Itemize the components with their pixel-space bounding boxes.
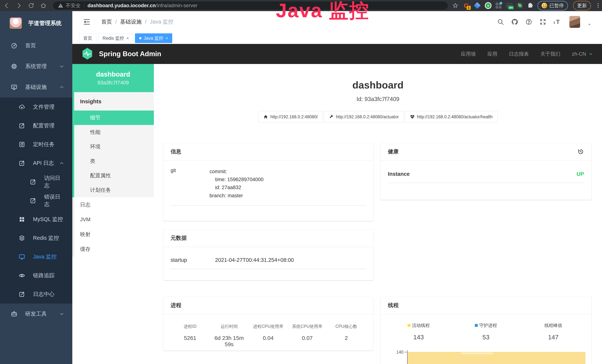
heart-pulse-icon	[410, 114, 415, 119]
sba-brand-title[interactable]: Spring Boot Admin	[99, 50, 161, 58]
gear-icon	[11, 63, 17, 70]
sidebar-item-java[interactable]: Java 监控	[0, 247, 72, 266]
font-size-icon[interactable]: tT	[553, 18, 560, 25]
sba-item-metrics[interactable]: 性能	[72, 125, 154, 139]
main-area: 首页 / 基础设施 / Java 监控 tT 首页 Redis 监控 × Jav…	[72, 11, 602, 364]
gauge-icon	[11, 42, 17, 49]
edit-icon	[19, 122, 25, 129]
back-icon[interactable]	[3, 2, 10, 9]
sidebar-item-error-log[interactable]: 错误日志	[0, 191, 72, 210]
process-table: 进程ID5261 运行时间6d 23h 15m 59s 进程CPU使用率0.04…	[171, 324, 366, 347]
sba-nav-applications[interactable]: 应用	[487, 51, 497, 57]
breadcrumb-infra[interactable]: 基础设施	[120, 18, 142, 26]
timer-icon	[19, 141, 25, 148]
sba-nav-journal[interactable]: 日志报表	[509, 51, 529, 57]
extension-pin-icon[interactable]	[474, 2, 481, 9]
address-bar[interactable]: 不安全 dashboard.yudao.iocoder.cn /infra/ad…	[53, 1, 448, 10]
sidebar-item-config[interactable]: 配置管理	[0, 116, 72, 135]
bookmark-star-icon[interactable]	[452, 2, 459, 9]
tab-close-icon[interactable]: ×	[126, 36, 129, 41]
collapse-sidebar-icon[interactable]	[83, 18, 91, 26]
sba-item-config-props[interactable]: 配置属性	[72, 168, 154, 183]
sidebar-item-log-center[interactable]: 日志中心	[0, 285, 72, 304]
sidebar-item-dev-tools[interactable]: 研发工具	[0, 304, 72, 324]
sba-nav-wall[interactable]: 应用墙	[461, 51, 476, 57]
metadata-card: 元数据 startup 2021-04-27T00:44:31.254+08:0…	[163, 230, 373, 280]
brand-name: 芋道管理系统	[28, 20, 62, 27]
sidebar-item-access-log[interactable]: 访问日志	[0, 172, 72, 191]
endpoint-links: http://192.168.0.2:48080/ http://192.168…	[154, 111, 602, 123]
sidebar-item-api-log[interactable]: API 日志	[0, 154, 72, 172]
metadata-row-value: 2021-04-27T00:44:31.254+08:00	[215, 257, 294, 263]
sidebar-item-mysql[interactable]: MySQL 监控	[0, 210, 72, 229]
live-threads-legend-swatch	[408, 324, 410, 327]
health-instance-label[interactable]: Instance	[388, 171, 410, 177]
sba-item-caches[interactable]: 缓存	[72, 242, 154, 257]
sba-item-classes[interactable]: 类	[72, 154, 154, 168]
user-caret-down-icon[interactable]	[587, 22, 592, 27]
github-icon[interactable]	[511, 18, 518, 25]
browser-menu-icon[interactable]	[598, 3, 599, 8]
brand-logo	[10, 18, 22, 29]
sba-item-details[interactable]: 细节	[72, 110, 154, 125]
tab-java[interactable]: Java 监控 ×	[135, 33, 172, 43]
layers-icon	[19, 235, 25, 241]
row-divider	[388, 183, 584, 183]
sidebar-item-system[interactable]: 系统管理	[0, 56, 72, 77]
sba-instance-block[interactable]: dashboard 93a3fc7f7409	[72, 64, 154, 92]
process-card: 进程 进程ID5261 运行时间6d 23h 15m 59s 进程CPU使用率0…	[163, 297, 373, 351]
threads-card-title: 线程	[388, 302, 399, 309]
chevron-up-icon	[59, 161, 64, 166]
sba-item-jvm[interactable]: JVM	[72, 212, 154, 227]
annotation-java-monitor: Java 监控	[276, 0, 369, 24]
sidebar-item-infra[interactable]: 基础设施	[0, 77, 72, 97]
not-secure-warning-icon[interactable]	[58, 3, 64, 8]
sba-locale-select[interactable]: zh-CN	[572, 51, 593, 57]
wrench-icon	[329, 114, 334, 119]
forward-icon[interactable]	[16, 2, 22, 9]
live-threads-value: 143	[385, 334, 452, 341]
sidebar-item-file[interactable]: 文件管理	[0, 97, 72, 116]
daemon-threads-legend-swatch	[475, 324, 478, 327]
extension-v-icon[interactable]: v	[485, 2, 492, 9]
sba-item-mappings[interactable]: 映射	[72, 227, 154, 242]
sidebar-item-trace[interactable]: 链路追踪	[0, 266, 72, 285]
sidebar-item-redis[interactable]: Redis 监控	[0, 229, 72, 247]
tab-home[interactable]: 首页	[79, 33, 97, 43]
sidebar-item-job[interactable]: 定时任务	[0, 135, 72, 154]
briefcase-icon	[11, 310, 17, 317]
help-icon[interactable]	[525, 18, 532, 25]
breadcrumb-home[interactable]: 首页	[101, 18, 112, 26]
reload-icon[interactable]	[28, 2, 34, 9]
extension-c-icon[interactable]: C1	[462, 2, 470, 9]
sba-nav-about[interactable]: 关于我们	[540, 51, 560, 57]
instance-title: dashboard	[154, 79, 602, 91]
url-host: dashboard.yudao.iocoder.cn	[87, 3, 156, 9]
sba-sidebar: dashboard 93a3fc7f7409 Insights 细节 性能 环境…	[72, 64, 154, 364]
edit-icon	[30, 179, 36, 185]
endpoint-home-link[interactable]: http://192.168.0.2:48080/	[258, 111, 323, 123]
sba-item-logs[interactable]: 日志	[72, 197, 154, 212]
extension-grid-icon[interactable]	[495, 3, 502, 9]
user-avatar[interactable]	[569, 16, 580, 28]
sidebar-item-home[interactable]: 首页	[0, 35, 72, 56]
extension-list-on-icon[interactable]: on	[505, 2, 513, 9]
chrome-update-button[interactable]: 更新	[573, 1, 591, 11]
sba-item-scheduled-tasks[interactable]: 计划任务	[72, 183, 154, 197]
endpoint-actuator-link[interactable]: http://192.168.0.2:48080/actuator	[324, 111, 404, 123]
fullscreen-icon[interactable]	[539, 18, 546, 25]
extensions-puzzle-icon[interactable]	[527, 2, 533, 9]
profile-avatar-emoji	[542, 3, 547, 8]
search-icon[interactable]	[497, 18, 504, 25]
history-icon[interactable]	[577, 148, 584, 155]
endpoint-health-link[interactable]: http://192.168.0.2:48080/actuator/health	[405, 111, 498, 123]
thread-stats: 活动线程 143 守护进程 53 线程峰值 147	[385, 322, 587, 341]
not-secure-label: 不安全	[66, 2, 81, 9]
profile-paused-button[interactable]: 已暂停	[538, 1, 568, 11]
tab-close-icon[interactable]: ×	[165, 36, 168, 41]
browser-home-icon[interactable]	[40, 2, 47, 9]
metadata-card-title: 元数据	[171, 234, 187, 242]
sba-item-environment[interactable]: 环境	[72, 139, 154, 154]
tab-redis[interactable]: Redis 监控 ×	[98, 33, 133, 43]
extension-leaf-icon[interactable]	[517, 2, 523, 9]
